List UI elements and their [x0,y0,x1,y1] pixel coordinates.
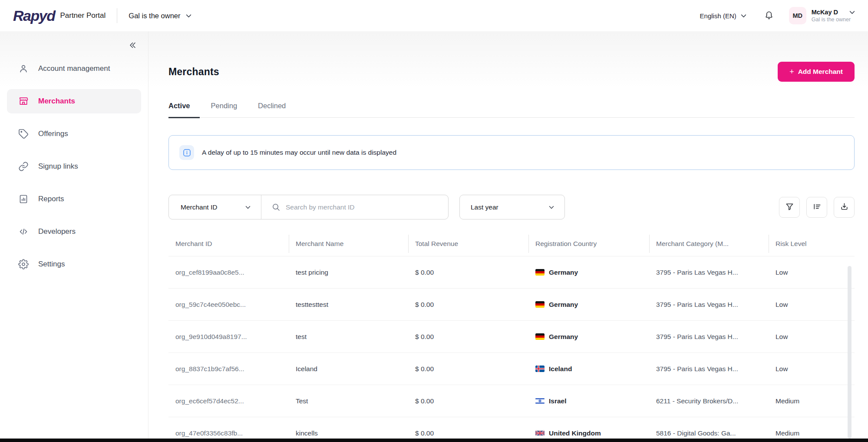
cell-merchant-name: Iceland [289,365,408,373]
cell-merchant-category: 6211 - Security Brokers/D... [649,397,769,405]
tag-icon [18,129,29,139]
cell-registration-country: Iceland [528,365,649,373]
page-title: Merchants [168,66,219,78]
column-header-registration-country: Registration Country [528,231,649,256]
user-menu[interactable]: MD McKay D Gal is the owner [789,7,855,24]
app-title: Partner Portal [60,11,106,20]
cell-registration-country: Germany [528,333,649,341]
notifications-button[interactable] [764,10,774,22]
flag-il-icon [535,398,545,404]
search-input[interactable] [286,203,448,211]
tab-declined[interactable]: Declined [258,102,295,117]
sidebar-item-developers[interactable]: Developers [7,219,141,244]
user-icon [18,63,29,74]
table-row[interactable]: org_ec6cef57d4ec52...Test$ 0.00Israel621… [168,385,855,417]
table-body: org_cef8199aa0c8e5...test pricing$ 0.00G… [168,256,855,442]
column-header-merchant-id: Merchant ID [168,231,289,256]
tab-pending[interactable]: Pending [211,102,247,117]
user-name: McKay D [812,9,838,16]
code-icon [18,226,29,237]
country-name: Iceland [549,365,572,373]
cell-risk-level: Medium [769,397,855,405]
cell-merchant-id: org_cef8199aa0c8e5... [168,269,289,276]
download-button[interactable] [834,197,855,218]
column-header-merchant-name: Merchant Name [289,231,408,256]
cell-merchant-name: test [289,333,408,341]
search-box [261,195,448,219]
country-name: Germany [549,301,578,309]
table-row[interactable]: org_8837c1b9c7af56...Iceland$ 0.00Icelan… [168,352,855,385]
sidebar-item-reports[interactable]: Reports [7,187,141,211]
table-scrollbar[interactable] [848,266,851,439]
sidebar-item-merchants[interactable]: Merchants [7,89,141,113]
gear-icon [18,259,29,269]
rapyd-logo: Rapyd [13,8,55,23]
sidebar-item-settings[interactable]: Settings [7,252,141,276]
sidebar-item-offerings[interactable]: Offerings [7,122,141,146]
tabs: ActivePendingDeclined [168,102,855,118]
filter-button[interactable] [779,197,800,218]
table-row[interactable]: org_59c7c4ee050ebc...testtesttest$ 0.00G… [168,288,855,320]
cell-total-revenue: $ 0.00 [408,269,528,276]
funnel-icon [785,202,794,213]
chevron-down-icon [741,14,746,18]
sidebar-item-label: Settings [38,260,65,269]
report-icon [18,194,29,204]
chevron-down-icon [186,14,191,18]
cell-merchant-id: org_59c7c4ee050ebc... [168,301,289,309]
cell-risk-level: Low [769,269,855,276]
bottom-bar [0,439,868,442]
sort-icon [812,202,822,213]
search-field-selector[interactable]: Merchant ID [169,195,261,219]
search-combo: Merchant ID [168,195,449,219]
flag-gb-icon [535,430,545,436]
bell-icon [764,10,774,22]
cell-risk-level: Low [769,333,855,341]
cell-merchant-name: testtesttest [289,301,408,309]
merchants-table: Merchant IDMerchant NameTotal RevenueReg… [168,231,855,442]
tab-active[interactable]: Active [168,102,200,117]
add-merchant-label: Add Merchant [798,68,843,76]
date-range-selector[interactable]: Last year [459,195,565,219]
cell-merchant-name: Test [289,397,408,405]
language-selector[interactable]: English (EN) [700,12,746,20]
table-row[interactable]: org_9e910d049a8197...test$ 0.00Germany37… [168,320,855,352]
cell-merchant-name: test pricing [289,269,408,276]
country-name: Germany [549,333,578,341]
cell-merchant-category: 3795 - Paris Las Vegas H... [649,365,769,373]
plus-icon: + [789,67,794,76]
cell-merchant-category: 3795 - Paris Las Vegas H... [649,269,769,276]
flag-de-icon [535,333,545,340]
sidebar-item-signup-links[interactable]: Signup links [7,154,141,179]
sidebar-item-label: Signup links [38,162,78,171]
table-row[interactable]: org_cef8199aa0c8e5...test pricing$ 0.00G… [168,256,855,288]
link-icon [18,161,29,172]
cell-registration-country: Germany [528,301,649,309]
info-banner: A delay of up to 15 minutes may occur un… [168,135,855,170]
add-merchant-button[interactable]: + Add Merchant [778,62,855,82]
country-name: Israel [549,397,567,405]
country-name: United Kingdom [549,429,601,437]
cell-merchant-id: org_47e0f3356c83fb... [168,429,289,437]
sidebar-collapse-button[interactable] [128,41,137,51]
owner-selector[interactable]: Gal is the owner [129,12,191,20]
cell-merchant-id: org_9e910d049a8197... [168,333,289,341]
cell-total-revenue: $ 0.00 [408,429,528,437]
cell-registration-country: Israel [528,397,649,405]
chevron-down-icon [549,206,554,209]
cell-merchant-category: 3795 - Paris Las Vegas H... [649,333,769,341]
sort-button[interactable] [806,197,827,218]
cell-risk-level: Low [769,365,855,373]
column-header-total-revenue: Total Revenue [408,231,528,256]
table-header: Merchant IDMerchant NameTotal RevenueReg… [168,231,855,256]
app: Rapyd Partner Portal Gal is the owner En… [0,0,868,442]
sidebar-item-account-management[interactable]: Account management [7,56,141,81]
top-header: Rapyd Partner Portal Gal is the owner En… [0,0,868,31]
cell-risk-level: Low [769,301,855,309]
sidebar-item-label: Developers [38,227,76,236]
title-row: Merchants + Add Merchant [168,62,855,82]
info-icon [179,145,194,160]
sidebar-item-label: Reports [38,195,64,203]
cell-total-revenue: $ 0.00 [408,397,528,405]
cell-merchant-id: org_ec6cef57d4ec52... [168,397,289,405]
